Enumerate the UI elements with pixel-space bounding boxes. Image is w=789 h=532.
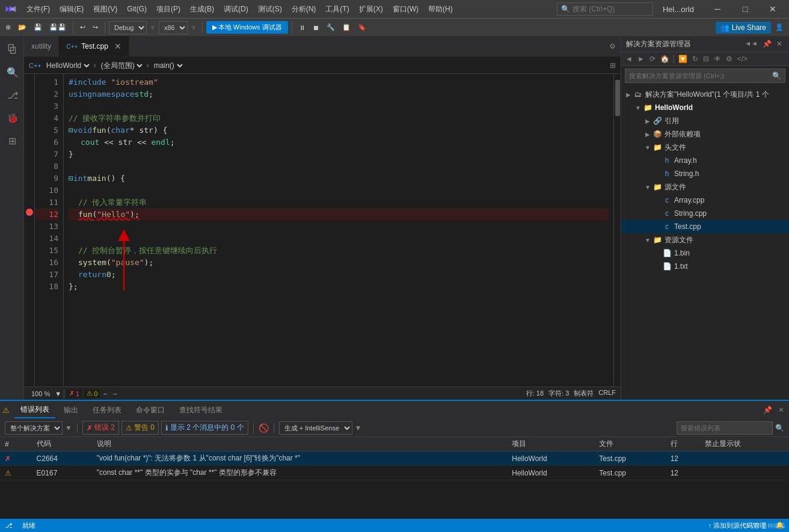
toolbar-misc-2[interactable]: ⏹ [310,23,322,32]
se-btn-home[interactable]: 🏠 [659,54,671,64]
sources-toggle[interactable]: ▼ [643,182,652,192]
tab-command-window[interactable]: 命令窗口 [130,403,171,418]
run-button[interactable]: ▶ 本地 Windows 调试器 [206,21,288,34]
breadcrumb-scope-select[interactable]: (全局范围) [99,61,144,70]
build-filter-dropdown[interactable]: ▼ [355,424,362,432]
sidebar-git[interactable]: ⎇ [1,84,23,106]
build-filter-select[interactable]: 生成 + IntelliSense [279,421,352,435]
toolbar-misc-3[interactable]: 🔧 [324,22,338,32]
menu-extensions[interactable]: 扩展(X) [354,2,388,17]
liveshare-button[interactable]: 👥 Live Share [716,22,771,34]
tree-1bin[interactable]: ▶ 📄 1.bin [621,246,789,260]
se-btn-preview[interactable]: 👁 [712,54,723,64]
tree-arrayh[interactable]: ▶ h Array.h [621,154,789,167]
toolbar-user[interactable]: 👤 [772,22,787,32]
toolbar-misc-4[interactable]: 📋 [339,22,354,32]
table-row[interactable]: ⚠ E0167 "const char **" 类型的实参与 "char **"… [0,466,789,480]
tab-testcpp[interactable]: C++ Test.cpp ✕ [59,36,129,57]
menu-project[interactable]: 项目(P) [152,2,185,17]
tab-xutility[interactable]: xutility [24,36,59,57]
expand-icon[interactable]: ⊞ [610,61,616,70]
warning-badge[interactable]: ⚠ 0 [84,389,100,398]
menu-build[interactable]: 生成(B) [185,2,219,17]
status-ready[interactable]: 就绪 [17,519,40,532]
debug-config-select[interactable]: Debug [109,21,147,34]
tab-testcpp-close[interactable]: ✕ [114,42,121,50]
se-btn-filter[interactable]: 🔽 [677,54,689,64]
tree-testcpp[interactable]: ▶ c Test.cpp [621,220,789,233]
menu-window[interactable]: 窗口(W) [388,2,423,17]
toolbar-undo[interactable]: ↩ [77,22,88,32]
tree-1txt[interactable]: ▶ 📄 1.txt [621,260,789,273]
se-btn-sync[interactable]: ⟳ [648,54,657,64]
headers-toggle[interactable]: ▼ [643,142,652,152]
code-content[interactable]: #include "iostream" using namespace std;… [64,74,613,387]
tab-output[interactable]: 输出 [58,403,84,418]
external-deps-toggle[interactable]: ▶ [643,129,652,139]
tree-stringcpp[interactable]: ▶ c String.cpp [621,207,789,220]
zoom-level[interactable]: 100 % [29,390,52,397]
platform-select[interactable]: x86 [159,21,188,34]
se-btn-back[interactable]: ◄ [624,54,634,64]
references-toggle[interactable]: ▶ [643,116,652,126]
solution-search-box[interactable]: 🔍 [625,69,785,83]
sidebar-extensions[interactable]: ⊞ [1,130,23,151]
menu-tools[interactable]: 工具(T) [321,2,354,17]
tree-resources[interactable]: ▼ 📁 资源文件 [621,233,789,246]
zoom-dropdown[interactable]: ▼ [55,390,61,397]
tree-stringh[interactable]: ▶ h String.h [621,167,789,180]
info-count-button[interactable]: ℹ 显示 2 个消息中的 0 个 [161,421,248,435]
col-code[interactable]: 代码 [32,437,92,451]
tree-external-deps[interactable]: ▶ 📦 外部依赖项 [621,127,789,141]
tree-project[interactable]: ▼ 📁 HelloWorld [621,101,789,114]
sidebar-debug[interactable]: 🐞 [1,107,23,129]
menu-search-input[interactable] [573,5,645,13]
error-search-input[interactable] [677,421,773,435]
tab-error-list[interactable]: 错误列表 [14,402,55,418]
toolbar-save[interactable]: 💾 [31,22,45,32]
error-count-button[interactable]: ✗ 错误 2 [82,421,119,435]
panel-close-btn[interactable]: ✕ [776,405,787,415]
project-toggle[interactable]: ▼ [633,103,643,112]
breadcrumb-function-select[interactable]: main() [152,61,185,70]
error-badge[interactable]: ✗ 1 [67,389,82,398]
nav-forward[interactable]: → [111,390,118,397]
minimize-button[interactable]: ─ [704,0,731,18]
menu-help[interactable]: 帮助(H) [423,2,458,17]
tab-find-symbols[interactable]: 查找符号结果 [173,403,229,418]
toolbar-misc-5[interactable]: 🔖 [355,22,369,32]
menu-file[interactable]: 文件(F) [22,2,55,17]
panel-close[interactable]: ✕ [775,38,784,49]
menu-git[interactable]: Git(G) [122,2,152,16]
solution-search-input[interactable] [629,72,772,79]
col-desc[interactable]: 说明 [92,437,508,451]
toolbar-redo[interactable]: ↪ [90,22,101,32]
menu-debug[interactable]: 调试(D) [219,2,253,17]
col-file[interactable]: 文件 [594,437,665,451]
warning-count-button[interactable]: ⚠ 警告 0 [121,421,159,435]
panel-pin[interactable]: 📌 [761,38,773,49]
panel-pin-btn[interactable]: 📌 [761,405,775,415]
nav-back[interactable]: ← [102,390,109,397]
menu-search-box[interactable]: 🔍 [557,2,653,16]
sidebar-search[interactable]: 🔍 [1,61,23,83]
col-suppress[interactable]: 禁止显示状 [700,437,789,451]
scope-filter-select[interactable]: 整个解决方案 [5,421,63,435]
menu-view[interactable]: 视图(V) [88,2,122,17]
col-num[interactable]: # [0,437,32,451]
editor-scrollbar[interactable] [613,74,621,387]
toolbar-misc-1[interactable]: ⏸ [296,23,309,32]
toolbar-saveall[interactable]: 💾💾 [46,22,69,32]
resources-toggle[interactable]: ▼ [643,235,652,245]
tree-solution[interactable]: ▶ 🗂 解决方案"HelloWorld"(1 个项目/共 1 个 [621,88,789,101]
tree-references[interactable]: ▶ 🔗 引用 [621,114,789,127]
tree-sources[interactable]: ▼ 📁 源文件 [621,180,789,194]
close-button[interactable]: ✕ [759,0,787,18]
menu-edit[interactable]: 编辑(E) [55,2,88,17]
tab-task-list[interactable]: 任务列表 [87,403,127,418]
error-search-icon[interactable]: 🔍 [775,424,784,432]
breadcrumb-file-select[interactable]: HelloWorld [44,61,91,70]
se-btn-collapse[interactable]: ⊟ [701,54,711,64]
se-btn-refresh[interactable]: ↻ [690,54,700,64]
se-btn-settings[interactable]: ⚙ [724,54,734,64]
